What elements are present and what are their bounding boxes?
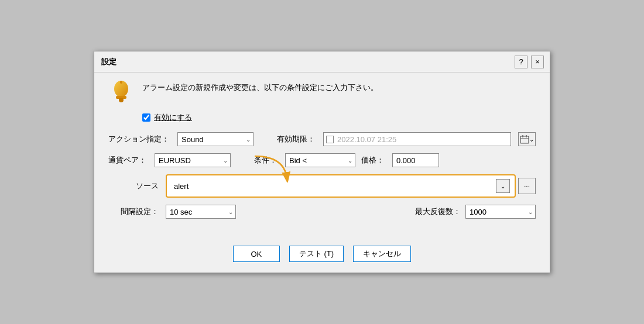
help-button[interactable]: ?	[515, 56, 527, 68]
source-dropdown-button[interactable]: ⌄	[496, 179, 510, 193]
price-label: 価格：	[361, 155, 386, 166]
price-input[interactable]	[392, 153, 439, 167]
svg-rect-4	[520, 136, 529, 143]
max-repeat-select[interactable]: 1000 ⌄	[465, 205, 536, 219]
ok-button[interactable]: OK	[233, 246, 280, 262]
close-button[interactable]: ×	[531, 56, 544, 68]
interval-chevron-icon: ⌄	[228, 209, 233, 215]
row-interval: 間隔設定： 10 sec ⌄ 最大反復数： 1000 ⌄	[108, 205, 536, 219]
enable-row: 有効にする	[142, 112, 536, 123]
source-label: ソース	[108, 181, 161, 191]
currency-select[interactable]: EURUSD ⌄	[155, 153, 231, 167]
dialog-title: 設定	[101, 57, 117, 67]
currency-label: 通貨ペア：	[108, 155, 149, 166]
source-row: ⌄	[166, 174, 516, 198]
condition-value: Bid <	[289, 156, 307, 165]
svg-point-2	[119, 98, 124, 102]
expiry-field[interactable]: 2022.10.07 21:25	[323, 132, 511, 146]
condition-label: 条件：	[254, 155, 279, 166]
interval-select[interactable]: 10 sec ⌄	[166, 205, 236, 219]
dialog-footer: OK テスト (T) キャンセル	[94, 239, 550, 273]
test-button[interactable]: テスト (T)	[289, 246, 344, 262]
source-input[interactable]	[172, 179, 491, 193]
enable-checkbox[interactable]	[142, 113, 150, 122]
row-currency-condition: 通貨ペア： EURUSD ⌄ 条件： Bid < ⌄ 価格：	[108, 153, 536, 167]
source-container: ソース ⌄ ···	[108, 174, 536, 198]
interval-label: 間隔設定：	[108, 206, 161, 217]
calendar-icon	[520, 135, 529, 144]
action-chevron-icon: ⌄	[246, 136, 251, 143]
source-chevron-icon: ⌄	[501, 183, 505, 189]
action-value: Sound	[181, 135, 204, 144]
enable-label[interactable]: 有効にする	[154, 112, 192, 123]
condition-select[interactable]: Bid < ⌄	[285, 153, 355, 167]
calendar-button[interactable]: ⌄	[518, 132, 536, 146]
action-select[interactable]: Sound ⌄	[177, 132, 254, 146]
condition-chevron-icon: ⌄	[348, 157, 352, 164]
instruction-text: アラーム設定の新規作成や変更は、以下の条件設定にご入力下さい。	[142, 82, 378, 94]
currency-value: EURUSD	[159, 156, 191, 165]
cancel-button[interactable]: キャンセル	[353, 246, 411, 262]
dialog-body: アラーム設定の新規作成や変更は、以下の条件設定にご入力下さい。 有効にする アク…	[94, 73, 550, 239]
max-repeat-value: 1000	[470, 208, 487, 216]
max-repeat-label: 最大反復数：	[415, 206, 461, 217]
expiry-label: 有効期限：	[277, 134, 317, 144]
settings-dialog: 設定 ? × アラーム設定の新規作成や変更は、以下の条件	[94, 51, 550, 273]
expiry-placeholder: 2022.10.07 21:25	[337, 135, 508, 144]
instruction-row: アラーム設定の新規作成や変更は、以下の条件設定にご入力下さい。	[108, 82, 536, 105]
action-label: アクション指定：	[108, 134, 172, 144]
svg-rect-3	[120, 81, 122, 84]
title-controls: ? ×	[515, 56, 544, 68]
ellipsis-icon: ···	[524, 182, 530, 190]
max-repeat-chevron-icon: ⌄	[528, 209, 533, 215]
currency-chevron-icon: ⌄	[223, 157, 228, 164]
row-action-expiry: アクション指定： Sound ⌄ 有効期限： 2022.10.07 21:25 …	[108, 132, 536, 146]
bell-icon	[108, 80, 134, 105]
calendar-dropdown-icon: ⌄	[529, 136, 534, 143]
expiry-checkbox[interactable]	[326, 136, 334, 143]
interval-value: 10 sec	[170, 208, 192, 216]
title-bar: 設定 ? ×	[94, 51, 550, 73]
source-browse-button[interactable]: ···	[518, 178, 536, 194]
